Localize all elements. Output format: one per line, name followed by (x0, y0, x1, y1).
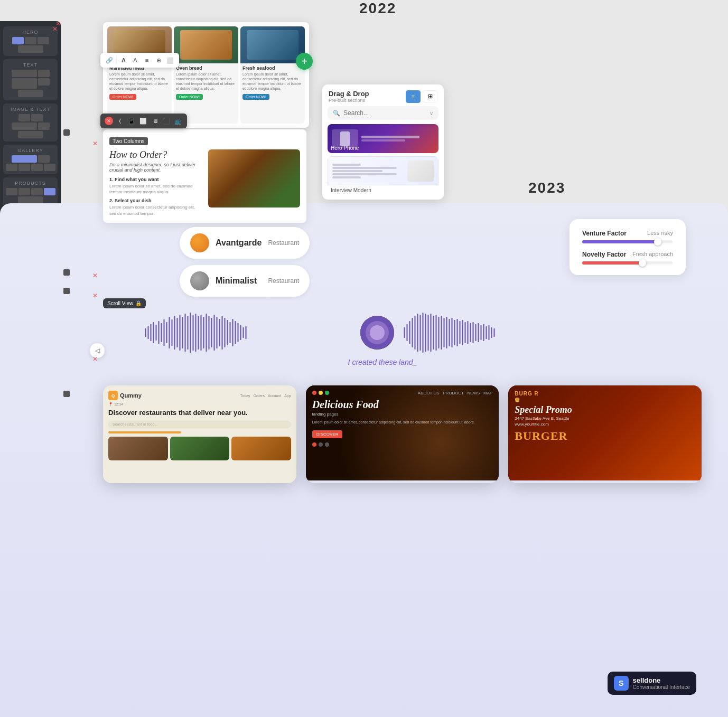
toggle-btn-1[interactable]: ≡ (406, 90, 421, 103)
add-section-btn[interactable]: + (296, 53, 313, 70)
avantgarde-name: Avantgarde (216, 238, 262, 248)
toolbar-text-icon-1[interactable]: A (119, 55, 128, 65)
interview-line-4 (332, 173, 397, 175)
svg-rect-63 (456, 319, 458, 346)
restaurant-option-avantgarde[interactable]: Avantgarde Restaurant (180, 227, 310, 259)
row-handle-3[interactable] (63, 288, 70, 294)
app-btn[interactable] (108, 431, 181, 433)
nav-dot-2[interactable] (319, 442, 323, 447)
panel-header: Drag & Drop Pre-built sections ≡ ⊞ (322, 84, 444, 106)
novelty-factor-value: Fresh approach (632, 251, 673, 258)
columns-wide-icon[interactable]: ⬛ (162, 116, 171, 126)
sidebar-item-text[interactable]: TEXT (3, 59, 58, 100)
scroll-view-indicator: Scroll View 🔒 (103, 298, 146, 308)
close-row-1-btn[interactable]: ✕ (92, 138, 98, 148)
restaurant-option-minimalist[interactable]: Minimalist Restaurant (180, 265, 310, 297)
sidebar-label-gallery: GALLERY (5, 148, 55, 153)
selldone-name: selldone (633, 676, 690, 684)
interview-modern-card[interactable]: Interview Modern (328, 156, 438, 196)
delicious-nav: ABOUT US PRODUCT NEWS MAP (312, 391, 493, 395)
food-card-btn-2[interactable]: Order NOW! (176, 94, 203, 100)
columns-monitor-icon[interactable]: 🖥 (150, 116, 160, 126)
scroll-view-text: Scroll View (107, 300, 133, 306)
svg-rect-34 (235, 321, 236, 344)
food-card-text-1: Lorem ipsum dolor sit amet, consectetur … (107, 72, 172, 91)
venture-slider-thumb[interactable] (654, 238, 661, 246)
hero-phone-card[interactable]: Hero Phone (328, 124, 438, 153)
venture-slider-track[interactable] (582, 240, 673, 243)
burger-title: BURGER (515, 429, 695, 443)
app-nav-item-1: Today (240, 394, 250, 398)
row-handle-4[interactable] (63, 391, 70, 397)
sidebar-item-hero[interactable]: ✕ HERO (3, 26, 58, 56)
hero-icon-1 (12, 37, 24, 44)
hero-icon-wide (18, 45, 43, 53)
svg-rect-10 (171, 319, 173, 346)
panel-subtitle: Pre-built sections (329, 98, 369, 103)
svg-rect-70 (475, 324, 477, 341)
app-nav-item-4: App (284, 394, 291, 398)
food-item-2 (170, 437, 230, 460)
gallery-icon-4 (18, 164, 30, 171)
selldone-badge[interactable]: S selldone Conversational Interface (608, 672, 696, 695)
toolbar-overlay: 🔗 A A ≡ ⊕ ⬜ (100, 53, 179, 68)
novelty-slider-thumb[interactable] (639, 259, 646, 267)
food-card-1: Marinated meat Lorem ipsum dolor sit ame… (107, 26, 172, 124)
toolbar-plus-icon[interactable]: ⊕ (154, 55, 163, 65)
gallery-icon-5 (31, 164, 43, 171)
food-cards-container: Marinated meat Lorem ipsum dolor sit ame… (103, 22, 309, 128)
toggle-btn-2[interactable]: ⊞ (423, 90, 437, 103)
columns-tv-icon[interactable]: 📺 (173, 116, 183, 126)
sidebar-item-image-text[interactable]: IMAGE & TEXT (3, 103, 58, 141)
app-search[interactable]: Search restaurant or food... (108, 421, 291, 428)
svg-rect-17 (190, 313, 191, 353)
minimalist-dot (190, 271, 209, 290)
search-input[interactable] (343, 109, 426, 117)
svg-rect-48 (417, 314, 418, 352)
sidebar-item-gallery[interactable]: GALLERY (3, 145, 58, 174)
close-row-4-btn[interactable]: ✕ (92, 354, 98, 363)
svg-rect-33 (232, 319, 234, 346)
row-handle-2[interactable] (63, 269, 70, 276)
close-row-2-btn[interactable]: ✕ (92, 270, 98, 280)
columns-food-image (208, 149, 301, 207)
food-card-btn-1[interactable]: Order NOW! (109, 94, 136, 100)
food-app-inner: Q Qummy Today Orders Account App 📍 12:34… (103, 385, 296, 483)
row-handle-1[interactable] (63, 129, 70, 136)
minimalist-name: Minimalist (216, 276, 257, 286)
svg-rect-46 (412, 318, 413, 347)
toolbar-text-icon-2[interactable]: A (130, 55, 140, 65)
toolbar-list-icon[interactable]: ≡ (142, 55, 152, 65)
svg-point-42 (370, 325, 385, 340)
search-bar: 🔍 ∨ (328, 106, 438, 120)
venture-factor-label: Venture Factor (582, 230, 627, 237)
novelty-slider-track[interactable] (582, 261, 673, 265)
close-row-3-btn[interactable]: ✕ (92, 290, 98, 300)
nav-dot-1[interactable] (312, 442, 316, 447)
scroll-lock-icon: 🔒 (135, 300, 142, 306)
close-columns-btn[interactable]: ✕ (105, 117, 113, 125)
svg-rect-16 (187, 316, 189, 350)
toolbar-link-icon[interactable]: 🔗 (105, 55, 114, 65)
food-card-title-3: Fresh seafood (240, 63, 305, 72)
nav-dot-3[interactable] (325, 442, 329, 447)
svg-rect-43 (404, 327, 405, 338)
delicious-btn[interactable]: DISCOVER (312, 430, 343, 438)
toolbar-rect-icon[interactable]: ⬜ (165, 55, 175, 65)
burger-content: BURG R 🍔 Special Promo 2447 Eastlake Ave… (508, 385, 702, 480)
svg-rect-3 (153, 322, 154, 343)
svg-rect-37 (242, 327, 244, 338)
food-card-btn-3[interactable]: Order NOW! (242, 94, 269, 100)
columns-phone-icon[interactable]: 📱 (127, 116, 136, 126)
close-basic-btn[interactable]: ✕ (55, 20, 61, 27)
sidebar-label-image-text: IMAGE & TEXT (5, 107, 55, 112)
interview-line-3 (332, 170, 382, 172)
sidebar-item-products[interactable]: PRODUCTS (3, 177, 58, 207)
columns-tablet-icon[interactable]: ⬜ (138, 116, 148, 126)
imgtext-icon-3 (12, 122, 37, 130)
venture-slider-item: Venture Factor Less risky (582, 230, 673, 243)
columns-step1-text: Lorem ipsum dolor sit amet, sed do eiusm… (109, 183, 202, 195)
delicious-nav-links: ABOUT US PRODUCT NEWS MAP (418, 391, 493, 395)
columns-icon-1[interactable]: ⟨ (115, 116, 125, 126)
interview-img (407, 161, 434, 182)
